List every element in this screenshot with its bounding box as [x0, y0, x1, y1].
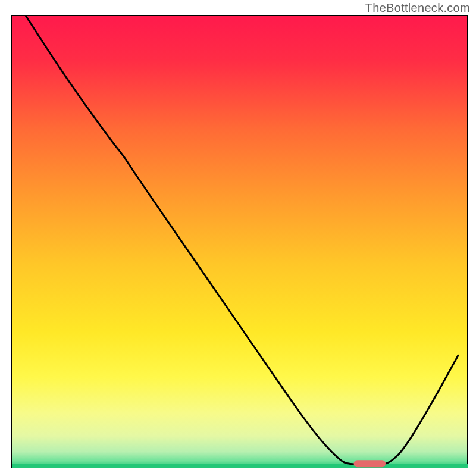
chart-container: TheBottleneck.com [0, 0, 476, 476]
chart-svg [0, 0, 476, 476]
plot-background [12, 15, 468, 468]
watermark-text: TheBottleneck.com [365, 1, 470, 15]
optimal-marker [354, 460, 386, 467]
